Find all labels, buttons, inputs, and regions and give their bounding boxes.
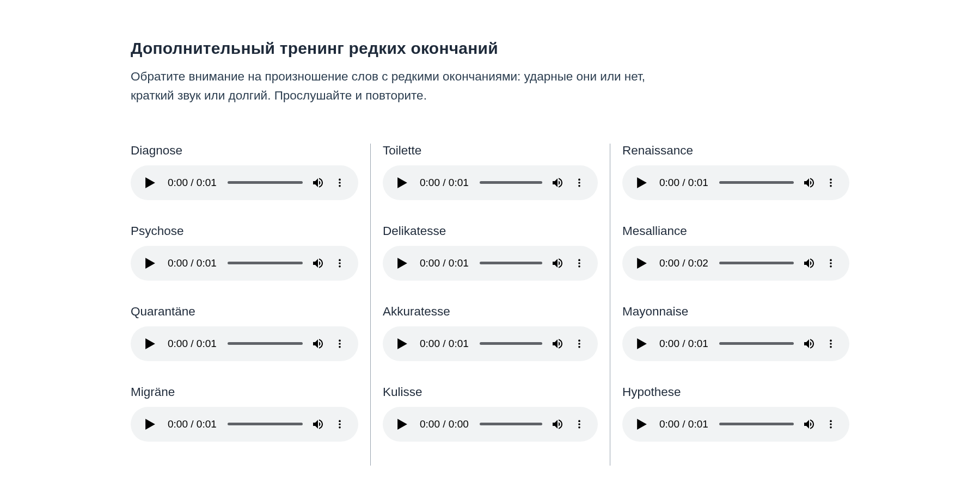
- play-icon[interactable]: [397, 338, 408, 349]
- volume-icon[interactable]: [803, 337, 816, 350]
- svg-point-29: [830, 265, 832, 268]
- more-icon[interactable]: [333, 418, 346, 431]
- word-label: Toilette: [383, 144, 598, 158]
- audio-item: Kulisse0:00 / 0:00: [383, 385, 598, 442]
- word-label: Migräne: [131, 385, 358, 399]
- audio-item: Delikatesse0:00 / 0:01: [383, 224, 598, 281]
- svg-point-16: [578, 262, 580, 264]
- time-display: 0:00 / 0:01: [168, 338, 217, 350]
- audio-item: Diagnose0:00 / 0:01: [131, 144, 358, 200]
- seek-bar[interactable]: [719, 342, 794, 345]
- seek-bar[interactable]: [228, 342, 303, 345]
- seek-bar[interactable]: [480, 342, 542, 345]
- svg-point-24: [830, 178, 832, 181]
- svg-point-27: [830, 259, 832, 261]
- svg-point-4: [339, 262, 341, 264]
- audio-player: 0:00 / 0:01: [131, 246, 358, 281]
- svg-point-12: [578, 178, 580, 181]
- word-label: Mayonnaise: [622, 305, 849, 319]
- volume-icon[interactable]: [311, 176, 324, 189]
- play-icon[interactable]: [145, 258, 156, 269]
- audio-column: Toilette0:00 / 0:01Delikatesse0:00 / 0:0…: [370, 144, 610, 466]
- play-icon[interactable]: [145, 177, 156, 188]
- seek-bar[interactable]: [228, 181, 303, 184]
- volume-icon[interactable]: [551, 257, 564, 270]
- more-icon[interactable]: [824, 257, 837, 270]
- volume-icon[interactable]: [803, 418, 816, 431]
- play-icon[interactable]: [636, 338, 647, 349]
- seek-bar[interactable]: [719, 423, 794, 425]
- more-icon[interactable]: [573, 337, 586, 350]
- time-display: 0:00 / 0:01: [659, 338, 708, 350]
- svg-point-13: [578, 182, 580, 184]
- volume-icon[interactable]: [551, 337, 564, 350]
- play-icon[interactable]: [145, 338, 156, 349]
- play-icon[interactable]: [397, 419, 408, 430]
- svg-point-32: [830, 346, 832, 348]
- volume-icon[interactable]: [311, 418, 324, 431]
- more-icon[interactable]: [824, 337, 837, 350]
- svg-point-1: [339, 182, 341, 184]
- svg-point-5: [339, 265, 341, 268]
- play-icon[interactable]: [397, 177, 408, 188]
- volume-icon[interactable]: [803, 257, 816, 270]
- play-icon[interactable]: [636, 258, 647, 269]
- volume-icon[interactable]: [551, 176, 564, 189]
- svg-point-34: [830, 423, 832, 425]
- volume-icon[interactable]: [311, 337, 324, 350]
- audio-item: Mesalliance0:00 / 0:02: [622, 224, 849, 281]
- svg-point-33: [830, 420, 832, 422]
- svg-point-11: [339, 426, 341, 429]
- more-icon[interactable]: [573, 257, 586, 270]
- audio-player: 0:00 / 0:02: [622, 246, 849, 281]
- seek-bar[interactable]: [719, 262, 794, 264]
- svg-point-7: [339, 343, 341, 345]
- svg-point-6: [339, 339, 341, 342]
- time-display: 0:00 / 0:01: [168, 177, 217, 189]
- more-icon[interactable]: [333, 176, 346, 189]
- seek-bar[interactable]: [480, 262, 542, 264]
- play-icon[interactable]: [397, 258, 408, 269]
- time-display: 0:00 / 0:01: [420, 257, 469, 269]
- svg-point-26: [830, 185, 832, 187]
- more-icon[interactable]: [824, 418, 837, 431]
- volume-icon[interactable]: [551, 418, 564, 431]
- more-icon[interactable]: [573, 418, 586, 431]
- audio-player: 0:00 / 0:01: [383, 326, 598, 361]
- volume-icon[interactable]: [803, 176, 816, 189]
- audio-column: Diagnose0:00 / 0:01Psychose0:00 / 0:01Qu…: [131, 144, 370, 466]
- seek-bar[interactable]: [228, 423, 303, 425]
- more-icon[interactable]: [824, 176, 837, 189]
- more-icon[interactable]: [333, 257, 346, 270]
- play-icon[interactable]: [636, 419, 647, 430]
- audio-player: 0:00 / 0:01: [131, 165, 358, 200]
- word-label: Kulisse: [383, 385, 598, 399]
- seek-bar[interactable]: [480, 423, 542, 425]
- svg-point-15: [578, 259, 580, 261]
- svg-point-23: [578, 426, 580, 429]
- more-icon[interactable]: [573, 176, 586, 189]
- time-display: 0:00 / 0:01: [659, 418, 708, 430]
- word-label: Psychose: [131, 224, 358, 238]
- audio-player: 0:00 / 0:01: [383, 165, 598, 200]
- play-icon[interactable]: [636, 177, 647, 188]
- audio-player: 0:00 / 0:01: [622, 165, 849, 200]
- svg-point-25: [830, 182, 832, 184]
- svg-point-18: [578, 339, 580, 342]
- audio-player: 0:00 / 0:01: [622, 407, 849, 442]
- play-icon[interactable]: [145, 419, 156, 430]
- word-label: Diagnose: [131, 144, 358, 158]
- volume-icon[interactable]: [311, 257, 324, 270]
- svg-point-17: [578, 265, 580, 268]
- audio-column: Renaissance0:00 / 0:01Mesalliance0:00 / …: [610, 144, 849, 466]
- svg-point-21: [578, 420, 580, 422]
- word-label: Quarantäne: [131, 305, 358, 319]
- svg-point-35: [830, 426, 832, 429]
- seek-bar[interactable]: [228, 262, 303, 264]
- svg-point-30: [830, 339, 832, 342]
- audio-player: 0:00 / 0:00: [383, 407, 598, 442]
- seek-bar[interactable]: [480, 181, 542, 184]
- seek-bar[interactable]: [719, 181, 794, 184]
- more-icon[interactable]: [333, 337, 346, 350]
- audio-item: Toilette0:00 / 0:01: [383, 144, 598, 200]
